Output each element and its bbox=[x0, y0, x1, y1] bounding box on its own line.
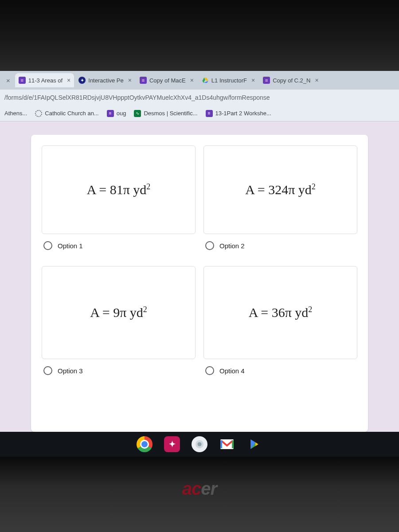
tab-copy-c2[interactable]: ≡ Copy of C.2_N × bbox=[259, 73, 322, 87]
options-grid: A = 81π yd2 Option 1 A = 324π yd2 Option… bbox=[42, 145, 357, 383]
formula-text: A = 81π yd2 bbox=[87, 182, 151, 197]
tab-label: Copy of MacE bbox=[149, 77, 186, 84]
bookmark-label: Athens... bbox=[4, 110, 27, 117]
radio-icon[interactable] bbox=[43, 241, 52, 250]
option-3-radio-row[interactable]: Option 3 bbox=[42, 359, 196, 383]
bookmark-desmos[interactable]: ∿ Desmos | Scientific... bbox=[134, 110, 197, 117]
option-1-image: A = 81π yd2 bbox=[42, 145, 196, 234]
radio-icon[interactable] bbox=[205, 366, 214, 375]
bookmark-catholic-church[interactable]: Catholic Church an... bbox=[35, 110, 98, 117]
play-store-icon[interactable] bbox=[246, 436, 262, 452]
files-icon[interactable] bbox=[192, 436, 207, 452]
google-forms-icon: ≡ bbox=[140, 77, 147, 84]
close-icon[interactable]: × bbox=[128, 77, 132, 84]
bookmark-label: Desmos | Scientific... bbox=[144, 110, 197, 117]
tab-label: Copy of C.2_N bbox=[273, 77, 310, 84]
option-2-image: A = 324π yd2 bbox=[203, 145, 357, 234]
laptop-keyboard-edge bbox=[0, 0, 399, 71]
option-3-cell: A = 9π yd2 Option 3 bbox=[42, 266, 196, 383]
radio-icon[interactable] bbox=[205, 241, 214, 250]
app-icon[interactable]: ✦ bbox=[164, 436, 180, 452]
site-icon bbox=[35, 110, 42, 117]
browser-tab-strip: × ≡ 11-3 Areas of × ✦ Interactive Pe × ≡… bbox=[0, 71, 399, 90]
svg-rect-6 bbox=[220, 440, 222, 448]
form-question-card: A = 81π yd2 Option 1 A = 324π yd2 Option… bbox=[31, 135, 368, 432]
close-icon[interactable]: × bbox=[251, 77, 255, 84]
tab-copy-mace[interactable]: ≡ Copy of MacE × bbox=[136, 73, 197, 87]
tab-interactive[interactable]: ✦ Interactive Pe × bbox=[75, 73, 135, 87]
gmail-icon[interactable] bbox=[219, 436, 235, 452]
google-forms-icon: ≡ bbox=[107, 110, 114, 117]
option-1-radio-row[interactable]: Option 1 bbox=[42, 234, 196, 258]
google-drive-icon bbox=[202, 77, 209, 84]
url-bar[interactable]: /forms/d/e/1FAIpQLSelXR81RDsjvjU8VHppptO… bbox=[0, 90, 399, 106]
prev-tab-close-icon[interactable]: × bbox=[2, 77, 15, 84]
option-4-radio-row[interactable]: Option 4 bbox=[203, 359, 357, 383]
google-forms-icon: ≡ bbox=[19, 77, 26, 84]
formula-text: A = 9π yd2 bbox=[90, 305, 147, 320]
option-2-radio-row[interactable]: Option 2 bbox=[203, 234, 357, 258]
svg-rect-7 bbox=[232, 440, 234, 448]
screen: × ≡ 11-3 Areas of × ✦ Interactive Pe × ≡… bbox=[0, 71, 399, 457]
option-label: Option 4 bbox=[219, 367, 245, 375]
option-label: Option 1 bbox=[58, 242, 83, 250]
acer-logo: acer bbox=[182, 479, 217, 499]
option-label: Option 2 bbox=[219, 242, 245, 250]
bookmark-label: oug bbox=[117, 110, 126, 117]
google-forms-icon: ≡ bbox=[263, 77, 270, 84]
option-label: Option 3 bbox=[58, 367, 83, 375]
bookmark-13-1-worksheet[interactable]: ≡ 13-1Part 2 Workshe... bbox=[206, 110, 271, 117]
radio-icon[interactable] bbox=[43, 366, 52, 375]
option-4-cell: A = 36π yd2 Option 4 bbox=[203, 266, 357, 383]
formula-text: A = 324π yd2 bbox=[245, 182, 316, 197]
bookmark-label: 13-1Part 2 Workshe... bbox=[215, 110, 271, 117]
tab-label: Interactive Pe bbox=[88, 77, 124, 84]
bookmarks-bar: Athens... Catholic Church an... ≡ oug ∿ … bbox=[0, 106, 399, 121]
tab-11-3-areas[interactable]: ≡ 11-3 Areas of × bbox=[15, 73, 74, 87]
page-content: A = 81π yd2 Option 1 A = 324π yd2 Option… bbox=[0, 121, 399, 432]
svg-marker-10 bbox=[255, 442, 258, 446]
tab-l1-instructor[interactable]: L1 InstructorF × bbox=[198, 73, 258, 87]
bookmark-athens[interactable]: Athens... bbox=[4, 110, 27, 117]
tab-label: 11-3 Areas of bbox=[28, 77, 63, 84]
tab-label: L1 InstructorF bbox=[211, 77, 247, 84]
laptop-bezel: acer bbox=[0, 457, 399, 532]
url-text: /forms/d/e/1FAIpQLSelXR81RDsjvjU8VHppptO… bbox=[4, 94, 270, 101]
option-3-image: A = 9π yd2 bbox=[42, 266, 196, 359]
close-icon[interactable]: × bbox=[190, 77, 194, 84]
svg-point-4 bbox=[197, 442, 201, 446]
option-1-cell: A = 81π yd2 Option 1 bbox=[42, 145, 196, 258]
option-2-cell: A = 324π yd2 Option 2 bbox=[203, 145, 357, 258]
option-4-image: A = 36π yd2 bbox=[203, 266, 357, 359]
bookmark-oug[interactable]: ≡ oug bbox=[107, 110, 126, 117]
site-icon: ✦ bbox=[78, 77, 86, 84]
chrome-icon[interactable] bbox=[137, 436, 153, 452]
close-icon[interactable]: × bbox=[67, 77, 70, 84]
desmos-icon: ∿ bbox=[134, 110, 141, 117]
google-forms-icon: ≡ bbox=[206, 110, 213, 117]
formula-text: A = 36π yd2 bbox=[249, 305, 313, 320]
chromeos-shelf: ✦ bbox=[0, 432, 399, 457]
bookmark-label: Catholic Church an... bbox=[45, 110, 98, 117]
close-icon[interactable]: × bbox=[315, 77, 318, 84]
